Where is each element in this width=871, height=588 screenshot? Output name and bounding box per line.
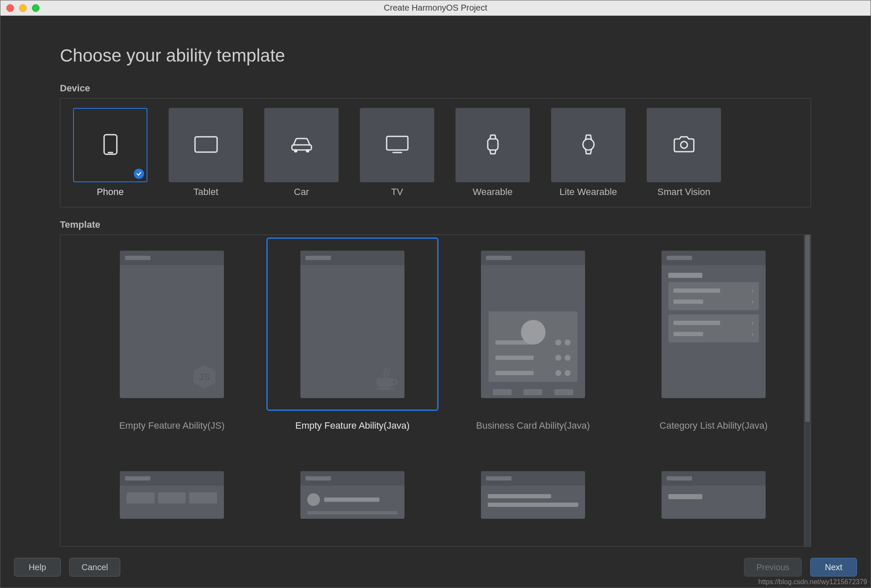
device-item-phone[interactable]: Phone bbox=[73, 108, 147, 198]
window-title: Create HarmonyOS Project bbox=[6, 3, 865, 13]
scrollbar[interactable] bbox=[804, 235, 811, 546]
svg-rect-2 bbox=[195, 137, 217, 152]
footer: Help Cancel Previous Next bbox=[0, 547, 871, 588]
help-button[interactable]: Help bbox=[14, 558, 61, 577]
template-thumbnail: JS bbox=[86, 237, 258, 411]
watermark: https://blog.csdn.net/wy1215672379 bbox=[758, 578, 867, 586]
svg-rect-8 bbox=[488, 139, 498, 150]
device-section-label: Device bbox=[60, 83, 811, 94]
svg-point-10 bbox=[681, 141, 687, 148]
template-thumbnail bbox=[447, 470, 619, 521]
svg-rect-3 bbox=[292, 145, 311, 150]
template-section: Template JS Empty Feature Ability(JS) Em… bbox=[60, 219, 811, 547]
template-item-row2-d[interactable] bbox=[628, 470, 800, 547]
dialog-window: Create HarmonyOS Project Choose your abi… bbox=[0, 0, 871, 588]
device-item-lite-wearable[interactable]: Lite Wearable bbox=[551, 108, 625, 198]
template-panel: JS Empty Feature Ability(JS) Empty Featu… bbox=[60, 235, 811, 547]
device-icon-box bbox=[264, 108, 339, 182]
cancel-button[interactable]: Cancel bbox=[69, 558, 120, 577]
device-icon-box bbox=[551, 108, 625, 182]
titlebar: Create HarmonyOS Project bbox=[0, 0, 871, 16]
template-thumbnail bbox=[86, 470, 258, 521]
template-thumbnail bbox=[628, 470, 800, 521]
svg-text:JS: JS bbox=[199, 372, 210, 382]
svg-point-4 bbox=[294, 149, 297, 153]
svg-rect-0 bbox=[104, 135, 117, 154]
svg-point-5 bbox=[306, 149, 309, 153]
device-item-wearable[interactable]: Wearable bbox=[455, 108, 530, 198]
template-thumbnail bbox=[447, 237, 619, 411]
template-item-row2-a[interactable] bbox=[86, 470, 258, 547]
device-icon-box bbox=[360, 108, 434, 182]
scrollbar-thumb[interactable] bbox=[805, 235, 810, 422]
content-area: Choose your ability template Device Phon… bbox=[0, 16, 871, 547]
device-icon-box bbox=[73, 108, 147, 182]
template-item-row2-b[interactable] bbox=[266, 470, 438, 547]
svg-point-9 bbox=[583, 139, 594, 150]
device-label: Tablet bbox=[193, 187, 218, 198]
template-item-empty-js[interactable]: JS Empty Feature Ability(JS) bbox=[86, 237, 258, 457]
device-label: Wearable bbox=[473, 187, 513, 198]
camera-icon bbox=[673, 136, 696, 155]
device-item-tablet[interactable]: Tablet bbox=[169, 108, 243, 198]
device-item-smart-vision[interactable]: Smart Vision bbox=[647, 108, 721, 198]
js-badge-icon: JS bbox=[191, 363, 218, 392]
template-grid: JS Empty Feature Ability(JS) Empty Featu… bbox=[60, 235, 804, 546]
device-label: Phone bbox=[97, 187, 124, 198]
tablet-icon bbox=[194, 136, 218, 155]
lite-wearable-icon bbox=[581, 134, 596, 157]
phone-icon bbox=[103, 134, 118, 157]
template-label: Business Card Ability(Java) bbox=[476, 420, 590, 431]
template-thumbnail bbox=[266, 470, 438, 521]
device-panel: Phone Tablet Car TV Wear bbox=[60, 98, 811, 207]
next-button[interactable]: Next bbox=[810, 558, 857, 577]
previous-button: Previous bbox=[744, 558, 802, 577]
svg-point-13 bbox=[376, 387, 394, 390]
template-section-label: Template bbox=[60, 219, 811, 230]
page-title: Choose your ability template bbox=[60, 45, 811, 66]
wearable-icon bbox=[485, 134, 501, 157]
traffic-lights bbox=[6, 4, 40, 12]
template-label: Empty Feature Ability(Java) bbox=[295, 420, 410, 431]
device-label: Car bbox=[294, 187, 309, 198]
device-icon-box bbox=[455, 108, 530, 182]
fullscreen-icon[interactable] bbox=[32, 4, 40, 12]
template-thumbnail: › › › › bbox=[628, 237, 800, 411]
device-label: TV bbox=[391, 187, 403, 198]
template-item-row2-c[interactable] bbox=[447, 470, 619, 547]
template-item-category-list[interactable]: › › › › Category List Ability(Java) bbox=[628, 237, 800, 457]
close-icon[interactable] bbox=[6, 4, 14, 12]
svg-rect-6 bbox=[387, 136, 408, 150]
tv-icon bbox=[385, 135, 409, 155]
template-label: Category List Ability(Java) bbox=[659, 420, 767, 431]
device-icon-box bbox=[647, 108, 721, 182]
device-label: Lite Wearable bbox=[560, 187, 617, 198]
template-item-business-card[interactable]: Business Card Ability(Java) bbox=[447, 237, 619, 457]
minimize-icon[interactable] bbox=[19, 4, 27, 12]
device-label: Smart Vision bbox=[657, 187, 710, 198]
template-label: Empty Feature Ability(JS) bbox=[119, 420, 224, 431]
device-item-tv[interactable]: TV bbox=[360, 108, 434, 198]
template-item-empty-java[interactable]: Empty Feature Ability(Java) bbox=[266, 237, 438, 457]
template-thumbnail bbox=[266, 237, 438, 411]
device-icon-box bbox=[169, 108, 243, 182]
car-icon bbox=[290, 136, 314, 155]
check-icon bbox=[134, 169, 144, 179]
device-item-car[interactable]: Car bbox=[264, 108, 339, 198]
java-badge-icon bbox=[373, 367, 399, 392]
